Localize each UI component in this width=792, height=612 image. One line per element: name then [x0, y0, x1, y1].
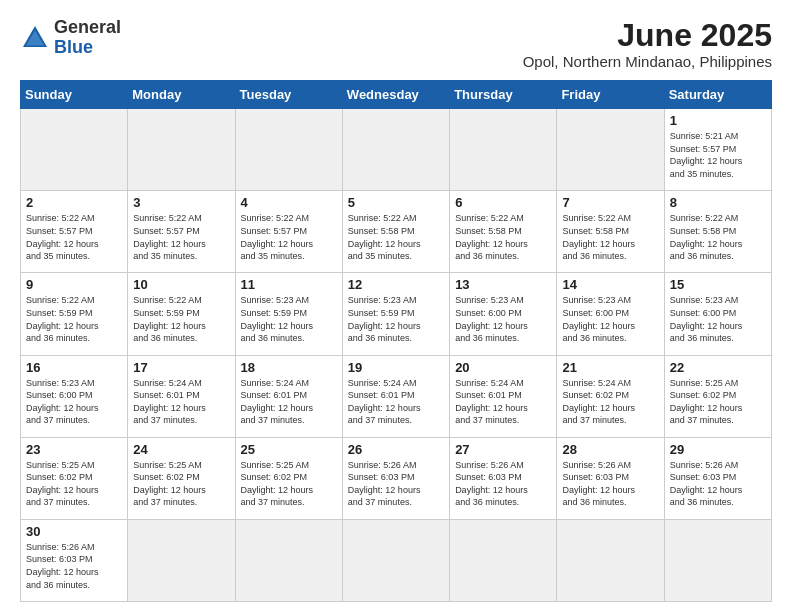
day-number: 18: [241, 360, 337, 375]
day-number: 26: [348, 442, 444, 457]
day-info: Sunrise: 5:23 AMSunset: 6:00 PMDaylight:…: [455, 294, 551, 344]
logo-text: General Blue: [54, 18, 121, 58]
day-info: Sunrise: 5:21 AMSunset: 5:57 PMDaylight:…: [670, 130, 766, 180]
calendar-cell: 28Sunrise: 5:26 AMSunset: 6:03 PMDayligh…: [557, 437, 664, 519]
day-info: Sunrise: 5:22 AMSunset: 5:58 PMDaylight:…: [348, 212, 444, 262]
day-number: 20: [455, 360, 551, 375]
day-number: 25: [241, 442, 337, 457]
day-info: Sunrise: 5:26 AMSunset: 6:03 PMDaylight:…: [562, 459, 658, 509]
calendar-cell: 29Sunrise: 5:26 AMSunset: 6:03 PMDayligh…: [664, 437, 771, 519]
calendar-cell: 8Sunrise: 5:22 AMSunset: 5:58 PMDaylight…: [664, 191, 771, 273]
weekday-header: Sunday: [21, 81, 128, 109]
calendar-cell: [128, 109, 235, 191]
day-number: 19: [348, 360, 444, 375]
weekday-header: Saturday: [664, 81, 771, 109]
calendar-cell: [450, 109, 557, 191]
calendar-cell: 18Sunrise: 5:24 AMSunset: 6:01 PMDayligh…: [235, 355, 342, 437]
day-info: Sunrise: 5:22 AMSunset: 5:58 PMDaylight:…: [670, 212, 766, 262]
calendar-cell: 24Sunrise: 5:25 AMSunset: 6:02 PMDayligh…: [128, 437, 235, 519]
calendar-cell: [450, 519, 557, 601]
calendar-cell: 1Sunrise: 5:21 AMSunset: 5:57 PMDaylight…: [664, 109, 771, 191]
calendar-cell: 3Sunrise: 5:22 AMSunset: 5:57 PMDaylight…: [128, 191, 235, 273]
day-info: Sunrise: 5:23 AMSunset: 6:00 PMDaylight:…: [26, 377, 122, 427]
day-number: 5: [348, 195, 444, 210]
calendar-table: SundayMondayTuesdayWednesdayThursdayFrid…: [20, 80, 772, 602]
subtitle: Opol, Northern Mindanao, Philippines: [523, 53, 772, 70]
day-info: Sunrise: 5:25 AMSunset: 6:02 PMDaylight:…: [670, 377, 766, 427]
calendar-cell: 15Sunrise: 5:23 AMSunset: 6:00 PMDayligh…: [664, 273, 771, 355]
header: General Blue June 2025 Opol, Northern Mi…: [20, 18, 772, 70]
day-info: Sunrise: 5:23 AMSunset: 5:59 PMDaylight:…: [348, 294, 444, 344]
day-info: Sunrise: 5:24 AMSunset: 6:01 PMDaylight:…: [241, 377, 337, 427]
day-info: Sunrise: 5:22 AMSunset: 5:58 PMDaylight:…: [562, 212, 658, 262]
day-info: Sunrise: 5:23 AMSunset: 6:00 PMDaylight:…: [670, 294, 766, 344]
calendar-cell: 19Sunrise: 5:24 AMSunset: 6:01 PMDayligh…: [342, 355, 449, 437]
day-number: 17: [133, 360, 229, 375]
day-info: Sunrise: 5:23 AMSunset: 6:00 PMDaylight:…: [562, 294, 658, 344]
day-number: 24: [133, 442, 229, 457]
day-info: Sunrise: 5:24 AMSunset: 6:02 PMDaylight:…: [562, 377, 658, 427]
calendar-cell: 14Sunrise: 5:23 AMSunset: 6:00 PMDayligh…: [557, 273, 664, 355]
day-number: 13: [455, 277, 551, 292]
day-info: Sunrise: 5:22 AMSunset: 5:57 PMDaylight:…: [241, 212, 337, 262]
day-number: 3: [133, 195, 229, 210]
calendar-cell: 12Sunrise: 5:23 AMSunset: 5:59 PMDayligh…: [342, 273, 449, 355]
calendar-cell: [21, 109, 128, 191]
weekday-header: Wednesday: [342, 81, 449, 109]
day-info: Sunrise: 5:24 AMSunset: 6:01 PMDaylight:…: [455, 377, 551, 427]
day-number: 16: [26, 360, 122, 375]
day-info: Sunrise: 5:23 AMSunset: 5:59 PMDaylight:…: [241, 294, 337, 344]
calendar-cell: 4Sunrise: 5:22 AMSunset: 5:57 PMDaylight…: [235, 191, 342, 273]
page: General Blue June 2025 Opol, Northern Mi…: [0, 0, 792, 612]
day-number: 29: [670, 442, 766, 457]
calendar-cell: [664, 519, 771, 601]
day-info: Sunrise: 5:22 AMSunset: 5:57 PMDaylight:…: [133, 212, 229, 262]
calendar-cell: [342, 109, 449, 191]
day-number: 4: [241, 195, 337, 210]
calendar-cell: [235, 519, 342, 601]
day-number: 12: [348, 277, 444, 292]
day-number: 14: [562, 277, 658, 292]
calendar-cell: 16Sunrise: 5:23 AMSunset: 6:00 PMDayligh…: [21, 355, 128, 437]
day-info: Sunrise: 5:24 AMSunset: 6:01 PMDaylight:…: [348, 377, 444, 427]
day-info: Sunrise: 5:26 AMSunset: 6:03 PMDaylight:…: [26, 541, 122, 591]
calendar-cell: [557, 109, 664, 191]
day-number: 7: [562, 195, 658, 210]
calendar-cell: 2Sunrise: 5:22 AMSunset: 5:57 PMDaylight…: [21, 191, 128, 273]
calendar-cell: 7Sunrise: 5:22 AMSunset: 5:58 PMDaylight…: [557, 191, 664, 273]
day-info: Sunrise: 5:25 AMSunset: 6:02 PMDaylight:…: [241, 459, 337, 509]
weekday-header: Thursday: [450, 81, 557, 109]
day-info: Sunrise: 5:22 AMSunset: 5:57 PMDaylight:…: [26, 212, 122, 262]
calendar-cell: 9Sunrise: 5:22 AMSunset: 5:59 PMDaylight…: [21, 273, 128, 355]
calendar-cell: 20Sunrise: 5:24 AMSunset: 6:01 PMDayligh…: [450, 355, 557, 437]
day-info: Sunrise: 5:25 AMSunset: 6:02 PMDaylight:…: [133, 459, 229, 509]
calendar-cell: 5Sunrise: 5:22 AMSunset: 5:58 PMDaylight…: [342, 191, 449, 273]
day-info: Sunrise: 5:26 AMSunset: 6:03 PMDaylight:…: [670, 459, 766, 509]
main-title: June 2025: [523, 18, 772, 53]
day-info: Sunrise: 5:25 AMSunset: 6:02 PMDaylight:…: [26, 459, 122, 509]
title-block: June 2025 Opol, Northern Mindanao, Phili…: [523, 18, 772, 70]
day-number: 27: [455, 442, 551, 457]
day-number: 6: [455, 195, 551, 210]
calendar-cell: 6Sunrise: 5:22 AMSunset: 5:58 PMDaylight…: [450, 191, 557, 273]
calendar-cell: 17Sunrise: 5:24 AMSunset: 6:01 PMDayligh…: [128, 355, 235, 437]
calendar-cell: 11Sunrise: 5:23 AMSunset: 5:59 PMDayligh…: [235, 273, 342, 355]
day-info: Sunrise: 5:26 AMSunset: 6:03 PMDaylight:…: [455, 459, 551, 509]
day-number: 15: [670, 277, 766, 292]
weekday-header: Monday: [128, 81, 235, 109]
day-number: 8: [670, 195, 766, 210]
logo-blue: Blue: [54, 38, 121, 58]
calendar-cell: 22Sunrise: 5:25 AMSunset: 6:02 PMDayligh…: [664, 355, 771, 437]
day-number: 11: [241, 277, 337, 292]
day-number: 10: [133, 277, 229, 292]
calendar-cell: [557, 519, 664, 601]
day-info: Sunrise: 5:26 AMSunset: 6:03 PMDaylight:…: [348, 459, 444, 509]
calendar-cell: [342, 519, 449, 601]
day-number: 28: [562, 442, 658, 457]
logo-general: General: [54, 18, 121, 38]
day-number: 21: [562, 360, 658, 375]
weekday-header: Friday: [557, 81, 664, 109]
logo: General Blue: [20, 18, 121, 58]
day-number: 2: [26, 195, 122, 210]
day-number: 9: [26, 277, 122, 292]
